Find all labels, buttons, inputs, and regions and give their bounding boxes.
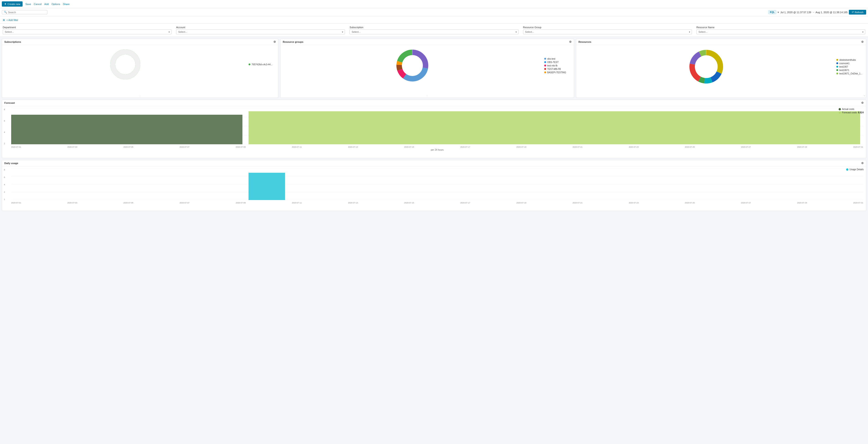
subscriptions-panel-header: Subscriptions ⚙ — [2, 39, 278, 45]
svg-point-1 — [113, 52, 138, 77]
subscriptions-legend: 7657426d-c4c3-44... — [249, 63, 276, 66]
subscription-dropdown-group: Subscription Select... — [349, 26, 518, 34]
add-button[interactable]: Add — [44, 3, 49, 5]
forecast-gear-icon[interactable]: ⚙ — [861, 101, 864, 104]
legend-dot-subscription-1 — [249, 64, 250, 65]
resource-groups-panel-body: obs-test OBS-TEST test-mb-fb TEST-MB-FB — [280, 45, 574, 86]
legend-item-res-4: test10671 — [836, 69, 864, 71]
legend-dot-actual — [839, 108, 841, 110]
y-label-2: 2 — [4, 142, 5, 145]
resources-panel-body: obstestventhubs cosmosk1 test1067 test10… — [576, 45, 866, 88]
x-label-0707: 2020-07-07 — [180, 146, 189, 148]
daily-usage-chart-area: 8 6 4 2 1 2020-07-01 2020-07-03 — [2, 166, 866, 211]
resources-title: Resources — [579, 40, 591, 43]
resource-name-select[interactable]: Select... — [696, 29, 865, 34]
daily-x-0731: 2020-07-31 — [853, 202, 863, 204]
department-select[interactable]: Select... — [3, 29, 172, 34]
dropdowns-row: Department Select... Account Select... S… — [0, 24, 868, 37]
legend-dot-res-1 — [836, 59, 838, 61]
legend-dot-res-4 — [836, 69, 838, 71]
resource-name-dropdown-wrap: Select... — [696, 29, 865, 34]
legend-item-subscription-1: 7657426d-c4c3-44... — [249, 63, 276, 66]
daily-y-4: 4 — [4, 183, 5, 186]
kql-section: KQL ▾ Jul 1, 2020 @ 11:37:57.139 → Aug 1… — [768, 10, 866, 14]
forecast-chart-area: 8 6 4 2 2020-07- — [2, 106, 866, 158]
kql-dropdown-icon[interactable]: ▾ — [778, 11, 779, 14]
usage-details-label: Usage Details — [849, 168, 864, 171]
plus-icon: ✦ — [4, 2, 7, 6]
account-dropdown-wrap: Select... — [176, 29, 345, 34]
y-label-8: 8 — [4, 108, 5, 111]
resource-group-dropdown-group: Resource Group Select... — [523, 26, 692, 34]
y-label-4: 4 — [4, 131, 5, 133]
legend-dot-rg-5 — [544, 71, 546, 73]
resource-group-dropdown-wrap: Select... — [523, 29, 692, 34]
resource-groups-title: Resource groups — [283, 40, 303, 43]
add-filter-button[interactable]: + Add filter — [6, 19, 18, 22]
svg-rect-21 — [249, 111, 860, 144]
date-to: Aug 1, 2020 @ 11:38:14.165 — [815, 11, 848, 14]
daily-x-0707: 2020-07-07 — [180, 202, 189, 204]
legend-dot-rg-3 — [544, 65, 546, 66]
daily-x-0715: 2020-07-15 — [404, 202, 414, 204]
x-label-0715: 2020-07-15 — [404, 146, 414, 148]
resource-groups-panel: Resource groups ⚙ — [280, 39, 574, 98]
resource-groups-gear-icon[interactable]: ⚙ — [569, 40, 571, 43]
x-label-0729: 2020-07-29 — [797, 146, 807, 148]
resources-gear-icon[interactable]: ⚙ — [861, 40, 864, 43]
account-label: Account — [176, 26, 345, 29]
daily-usage-chart-svg — [11, 168, 863, 200]
filter-icon: ⊕ — [3, 19, 5, 22]
subscriptions-donut-chart — [108, 47, 143, 81]
y-label-6: 6 — [4, 120, 5, 122]
cancel-button[interactable]: Cancel — [34, 3, 41, 5]
resource-name-label: Resource Name — [696, 26, 865, 29]
resource-groups-resize-handle[interactable]: ⋮ — [426, 95, 428, 97]
daily-usage-panel-header: Daily usage ⚙ — [2, 160, 866, 166]
forecast-costs-label: Forecast costs — [842, 111, 857, 114]
create-new-button[interactable]: ✦ Create new — [2, 1, 23, 7]
daily-usage-title: Daily usage — [4, 162, 18, 165]
subscriptions-gear-icon[interactable]: ⚙ — [273, 40, 276, 43]
subscriptions-chart-container — [4, 47, 246, 81]
forecast-per-hours-label: per 24 hours — [11, 148, 863, 151]
search-icon: 🔍 — [4, 11, 7, 14]
forecast-legend-forecast: Forecast costs 8.824 — [839, 111, 864, 114]
daily-y-2: 2 — [4, 191, 5, 193]
resource-groups-donut-chart — [394, 47, 431, 84]
department-dropdown-group: Department Select... — [3, 26, 172, 34]
actual-costs-label: Actual costs — [842, 108, 854, 110]
legend-item-rg-5: BASEPI-TESTING — [544, 71, 571, 74]
legend-label-subscription-1: 7657426d-c4c3-44... — [251, 63, 273, 66]
resource-groups-panel-header: Resource groups ⚙ — [280, 39, 574, 45]
subscriptions-panel: Subscriptions ⚙ 7657426d-c4c3-44... — [2, 39, 278, 98]
daily-usage-gear-icon[interactable]: ⚙ — [861, 162, 864, 165]
resources-panel-header: Resources ⚙ — [576, 39, 866, 45]
subscriptions-resize-handle[interactable]: ⋮ — [139, 95, 141, 97]
x-label-0701: 2020-07-01 — [11, 146, 21, 148]
search-input[interactable] — [8, 11, 40, 14]
legend-item-rg-2: OBS-TEST — [544, 61, 571, 64]
daily-x-0729: 2020-07-29 — [797, 202, 807, 204]
x-label-0721: 2020-07-21 — [572, 146, 582, 148]
share-button[interactable]: Share — [63, 3, 69, 5]
resource-groups-chart-container — [283, 47, 542, 84]
subscription-select[interactable]: Select... — [349, 29, 518, 34]
daily-x-0703: 2020-07-03 — [67, 202, 77, 204]
subscription-dropdown-wrap: Select... — [349, 29, 518, 34]
resource-group-select[interactable]: Select... — [523, 29, 692, 34]
x-label-0711: 2020-07-11 — [292, 146, 302, 148]
daily-x-0723: 2020-07-23 — [629, 202, 639, 204]
x-label-0717: 2020-07-17 — [460, 146, 470, 148]
refresh-button[interactable]: ↺ Refresh — [849, 10, 866, 14]
options-button[interactable]: Options — [52, 3, 60, 5]
resource-group-label: Resource Group — [523, 26, 692, 29]
legend-item-rg-3: test-mb-fb — [544, 64, 571, 67]
daily-y-6: 6 — [4, 176, 5, 178]
save-button[interactable]: Save — [25, 3, 31, 5]
account-select[interactable]: Select... — [176, 29, 345, 34]
resources-resize-handle[interactable]: ↘ — [863, 94, 865, 97]
date-from: Jul 1, 2020 @ 11:37:57.139 — [780, 11, 811, 14]
daily-x-0709: 2020-07-09 — [236, 202, 246, 204]
daily-x-0721: 2020-07-21 — [572, 202, 582, 204]
